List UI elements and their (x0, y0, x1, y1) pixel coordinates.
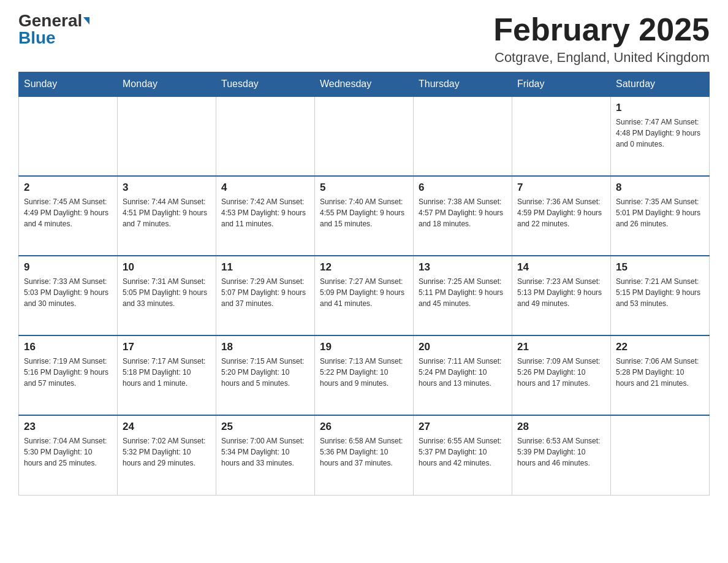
table-row: 2Sunrise: 7:45 AM Sunset: 4:49 PM Daylig… (19, 176, 118, 256)
calendar-table: Sunday Monday Tuesday Wednesday Thursday… (18, 72, 710, 496)
day-number: 16 (24, 341, 112, 353)
day-info: Sunrise: 6:53 AM Sunset: 5:39 PM Dayligh… (517, 435, 605, 469)
table-row: 15Sunrise: 7:21 AM Sunset: 5:15 PM Dayli… (611, 256, 710, 335)
day-info: Sunrise: 7:21 AM Sunset: 5:15 PM Dayligh… (616, 276, 704, 309)
day-info: Sunrise: 7:02 AM Sunset: 5:32 PM Dayligh… (123, 435, 211, 469)
table-row: 17Sunrise: 7:17 AM Sunset: 5:18 PM Dayli… (118, 335, 216, 415)
day-number: 3 (123, 182, 211, 194)
table-row (315, 96, 414, 176)
day-number: 21 (517, 341, 605, 353)
calendar-week-row: 23Sunrise: 7:04 AM Sunset: 5:30 PM Dayli… (19, 415, 710, 495)
day-info: Sunrise: 7:11 AM Sunset: 5:24 PM Dayligh… (419, 356, 507, 389)
day-info: Sunrise: 7:13 AM Sunset: 5:22 PM Dayligh… (320, 356, 408, 389)
table-row: 20Sunrise: 7:11 AM Sunset: 5:24 PM Dayli… (414, 335, 512, 415)
day-info: Sunrise: 7:35 AM Sunset: 5:01 PM Dayligh… (616, 196, 704, 229)
calendar-week-row: 1Sunrise: 7:47 AM Sunset: 4:48 PM Daylig… (19, 96, 710, 176)
table-row (19, 96, 118, 176)
day-number: 20 (419, 341, 507, 353)
calendar-week-row: 2Sunrise: 7:45 AM Sunset: 4:49 PM Daylig… (19, 176, 710, 256)
day-info: Sunrise: 7:29 AM Sunset: 5:07 PM Dayligh… (221, 276, 309, 309)
day-number: 6 (419, 182, 507, 194)
day-number: 12 (320, 261, 408, 274)
logo-triangle-icon (83, 17, 89, 25)
day-info: Sunrise: 7:15 AM Sunset: 5:20 PM Dayligh… (221, 356, 309, 389)
day-number: 15 (616, 261, 704, 274)
day-number: 22 (616, 341, 704, 353)
day-info: Sunrise: 7:42 AM Sunset: 4:53 PM Dayligh… (221, 196, 309, 229)
day-number: 8 (616, 182, 704, 194)
table-row: 23Sunrise: 7:04 AM Sunset: 5:30 PM Dayli… (19, 415, 118, 495)
col-saturday: Saturday (611, 72, 710, 97)
day-number: 28 (517, 421, 605, 433)
day-number: 17 (123, 341, 211, 353)
day-info: Sunrise: 6:55 AM Sunset: 5:37 PM Dayligh… (419, 435, 507, 469)
day-number: 23 (24, 421, 112, 433)
table-row (414, 96, 512, 176)
table-row: 16Sunrise: 7:19 AM Sunset: 5:16 PM Dayli… (19, 335, 118, 415)
table-row (512, 96, 611, 176)
day-number: 7 (517, 182, 605, 194)
day-number: 2 (24, 182, 112, 194)
table-row: 21Sunrise: 7:09 AM Sunset: 5:26 PM Dayli… (512, 335, 611, 415)
col-thursday: Thursday (414, 72, 512, 97)
day-info: Sunrise: 7:25 AM Sunset: 5:11 PM Dayligh… (419, 276, 507, 309)
day-number: 27 (419, 421, 507, 433)
table-row: 3Sunrise: 7:44 AM Sunset: 4:51 PM Daylig… (118, 176, 216, 256)
day-number: 9 (24, 261, 112, 274)
day-info: Sunrise: 7:17 AM Sunset: 5:18 PM Dayligh… (123, 356, 211, 389)
day-number: 14 (517, 261, 605, 274)
day-info: Sunrise: 7:27 AM Sunset: 5:09 PM Dayligh… (320, 276, 408, 309)
day-info: Sunrise: 7:31 AM Sunset: 5:05 PM Dayligh… (123, 276, 211, 309)
calendar-week-row: 16Sunrise: 7:19 AM Sunset: 5:16 PM Dayli… (19, 335, 710, 415)
logo-general-text: General (18, 12, 82, 29)
col-monday: Monday (118, 72, 216, 97)
day-info: Sunrise: 7:44 AM Sunset: 4:51 PM Dayligh… (123, 196, 211, 229)
calendar-week-row: 9Sunrise: 7:33 AM Sunset: 5:03 PM Daylig… (19, 256, 710, 335)
table-row: 28Sunrise: 6:53 AM Sunset: 5:39 PM Dayli… (512, 415, 611, 495)
day-info: Sunrise: 7:23 AM Sunset: 5:13 PM Dayligh… (517, 276, 605, 309)
title-section: February 2025 Cotgrave, England, United … (493, 12, 710, 66)
table-row: 19Sunrise: 7:13 AM Sunset: 5:22 PM Dayli… (315, 335, 414, 415)
logo-blue-text: Blue (18, 29, 56, 47)
day-info: Sunrise: 7:19 AM Sunset: 5:16 PM Dayligh… (24, 356, 112, 389)
day-number: 19 (320, 341, 408, 353)
day-number: 13 (419, 261, 507, 274)
table-row: 14Sunrise: 7:23 AM Sunset: 5:13 PM Dayli… (512, 256, 611, 335)
table-row: 1Sunrise: 7:47 AM Sunset: 4:48 PM Daylig… (611, 96, 710, 176)
table-row: 4Sunrise: 7:42 AM Sunset: 4:53 PM Daylig… (216, 176, 315, 256)
col-tuesday: Tuesday (216, 72, 315, 97)
day-number: 5 (320, 182, 408, 194)
day-info: Sunrise: 7:38 AM Sunset: 4:57 PM Dayligh… (419, 196, 507, 229)
day-info: Sunrise: 7:40 AM Sunset: 4:55 PM Dayligh… (320, 196, 408, 229)
table-row: 5Sunrise: 7:40 AM Sunset: 4:55 PM Daylig… (315, 176, 414, 256)
table-row: 11Sunrise: 7:29 AM Sunset: 5:07 PM Dayli… (216, 256, 315, 335)
table-row (118, 96, 216, 176)
calendar-header-row: Sunday Monday Tuesday Wednesday Thursday… (19, 72, 710, 97)
month-title: February 2025 (493, 12, 710, 47)
page-header: General Blue February 2025 Cotgrave, Eng… (18, 12, 710, 66)
day-number: 24 (123, 421, 211, 433)
day-info: Sunrise: 7:04 AM Sunset: 5:30 PM Dayligh… (24, 435, 112, 469)
table-row: 25Sunrise: 7:00 AM Sunset: 5:34 PM Dayli… (216, 415, 315, 495)
table-row: 8Sunrise: 7:35 AM Sunset: 5:01 PM Daylig… (611, 176, 710, 256)
day-info: Sunrise: 7:47 AM Sunset: 4:48 PM Dayligh… (616, 117, 704, 150)
day-info: Sunrise: 7:33 AM Sunset: 5:03 PM Dayligh… (24, 276, 112, 309)
col-wednesday: Wednesday (315, 72, 414, 97)
day-number: 18 (221, 341, 309, 353)
day-number: 11 (221, 261, 309, 274)
table-row: 10Sunrise: 7:31 AM Sunset: 5:05 PM Dayli… (118, 256, 216, 335)
table-row: 22Sunrise: 7:06 AM Sunset: 5:28 PM Dayli… (611, 335, 710, 415)
day-number: 4 (221, 182, 309, 194)
table-row: 24Sunrise: 7:02 AM Sunset: 5:32 PM Dayli… (118, 415, 216, 495)
day-info: Sunrise: 7:45 AM Sunset: 4:49 PM Dayligh… (24, 196, 112, 229)
table-row: 27Sunrise: 6:55 AM Sunset: 5:37 PM Dayli… (414, 415, 512, 495)
day-info: Sunrise: 7:09 AM Sunset: 5:26 PM Dayligh… (517, 356, 605, 389)
day-number: 25 (221, 421, 309, 433)
table-row: 7Sunrise: 7:36 AM Sunset: 4:59 PM Daylig… (512, 176, 611, 256)
day-number: 1 (616, 102, 704, 114)
day-number: 10 (123, 261, 211, 274)
day-info: Sunrise: 6:58 AM Sunset: 5:36 PM Dayligh… (320, 435, 408, 469)
table-row: 9Sunrise: 7:33 AM Sunset: 5:03 PM Daylig… (19, 256, 118, 335)
table-row: 12Sunrise: 7:27 AM Sunset: 5:09 PM Dayli… (315, 256, 414, 335)
day-number: 26 (320, 421, 408, 433)
